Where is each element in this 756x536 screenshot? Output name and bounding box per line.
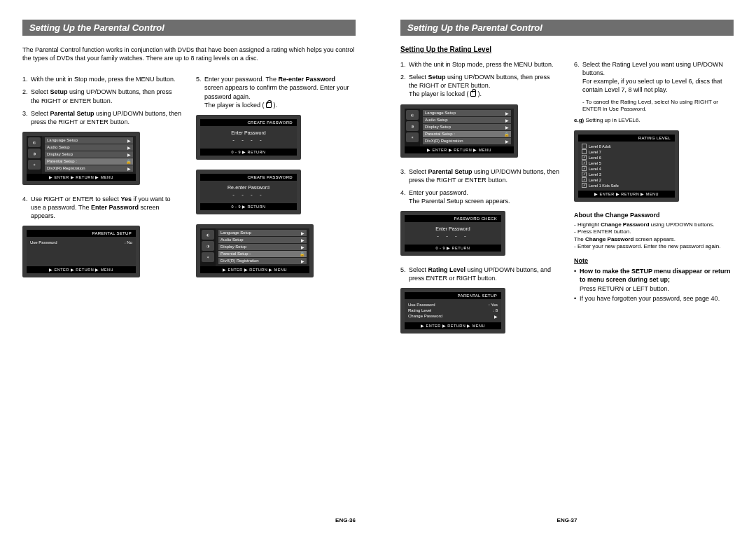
step-4: Use RIGHT or ENTER to select Yes if you … xyxy=(31,195,182,220)
page-title: Setting Up the Parental Control xyxy=(22,20,356,36)
page-title: Setting Up the Parental Control xyxy=(400,20,734,36)
screenshot-create-password-2: CREATE PASSWORD Re-enter Password - - - … xyxy=(196,170,301,214)
step-3: Select Parental Setup using UP/DOWN butt… xyxy=(31,109,182,126)
lock-icon xyxy=(470,91,476,97)
step-5: Enter your password. The Re-enter Passwo… xyxy=(204,75,356,109)
step-1: With the unit in Stop mode, press the ME… xyxy=(409,60,560,69)
setup-icon: ✶ xyxy=(28,160,41,170)
example-label: e.g) Setting up in LEVEL6. xyxy=(574,117,734,124)
step-3: Select Parental Setup using UP/DOWN butt… xyxy=(409,167,560,184)
note-heading: Note xyxy=(574,257,734,264)
step-2: Select Setup using UP/DOWN buttons, then… xyxy=(409,73,560,98)
disc-menu-icon: ◐ xyxy=(202,230,214,240)
screenshot-parental-setup-full: PARENTAL SETUP Use Password: Yes Rating … xyxy=(400,288,505,334)
left-col-b: 5.Enter your password. The Re-enter Pass… xyxy=(196,75,356,287)
function-icon: ◑ xyxy=(28,149,41,158)
screenshot-create-password-1: CREATE PASSWORD Enter Password - - - - 0… xyxy=(196,115,301,160)
about-list: - Highlight Change Password using UP/DOW… xyxy=(574,221,734,251)
step-5: Select Rating Level using UP/DOWN button… xyxy=(409,266,560,282)
cancel-note: - To cancel the Rating Level, select No … xyxy=(582,99,734,114)
screenshot-setup-menu-locked: ◐ ◑ ✶ Language Setup▶ Audio Setup▶ Displ… xyxy=(196,224,314,277)
intro-text: The Parental Control function works in c… xyxy=(22,46,356,62)
step-6: Select the Rating Level you want using U… xyxy=(582,60,734,95)
step-1: With the unit in Stop mode, press the ME… xyxy=(31,75,182,83)
page-right: Setting Up the Parental Control Setting … xyxy=(378,0,756,536)
page-number: ENG-37 xyxy=(557,517,578,523)
screenshot-password-check: PASSWORD CHECK Enter Password - - - - 0 … xyxy=(400,211,505,256)
setup-icon: ✶ xyxy=(406,132,419,142)
right-col-a: 1.With the unit in Stop mode, press the … xyxy=(400,60,560,343)
page-left: Setting Up the Parental Control The Pare… xyxy=(0,0,378,536)
disc-menu-icon: ◐ xyxy=(406,110,419,120)
step-4: Enter your password.The Parental Setup s… xyxy=(409,188,560,205)
disc-menu-icon: ◐ xyxy=(28,137,41,147)
left-col-a: 1.With the unit in Stop mode, press the … xyxy=(22,75,182,287)
screenshot-setup-menu: ◐ ◑ ✶ Language Setup▶ Audio Setup▶ Displ… xyxy=(22,132,140,185)
right-col-b: 6.Select the Rating Level you want using… xyxy=(574,60,734,343)
screenshot-setup-menu: ◐ ◑ ✶ Language Setup▶ Audio Setup▶ Displ… xyxy=(400,104,518,158)
page-number: ENG-36 xyxy=(335,517,356,523)
screenshot-parental-setup: PARENTAL SETUP Use Password: No ▶ ENTER … xyxy=(22,226,140,277)
about-change-password-heading: About the Change Password xyxy=(574,212,734,219)
function-icon: ◑ xyxy=(202,241,214,251)
subheading-rating-level: Setting Up the Rating Level xyxy=(400,46,734,53)
note-list: •How to make the SETUP menu disappear or… xyxy=(574,267,734,303)
lock-icon xyxy=(266,102,272,108)
function-icon: ◑ xyxy=(406,121,419,131)
step-2: Select Setup using UP/DOWN buttons, then… xyxy=(31,88,182,104)
setup-icon: ✶ xyxy=(202,252,214,262)
screenshot-rating-level: RATING LEVEL Level 8 Adult Level 7 ✓Leve… xyxy=(574,130,679,202)
